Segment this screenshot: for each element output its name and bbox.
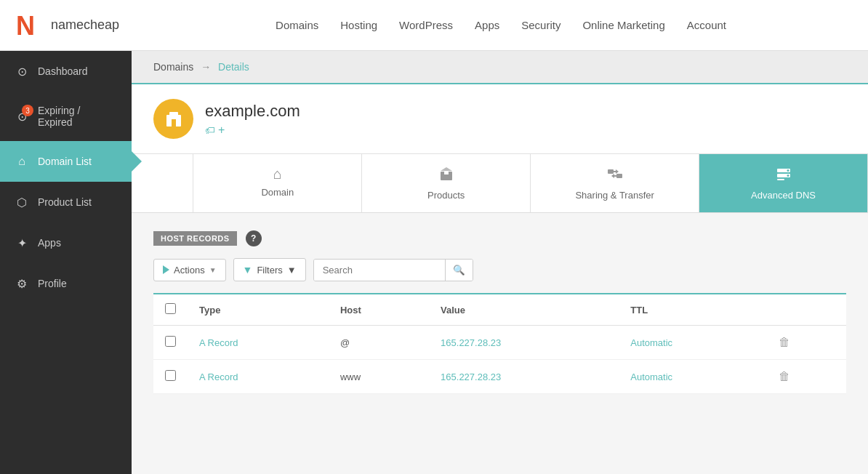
sidebar-label-apps: Apps <box>38 237 61 249</box>
tag-plus: + <box>218 124 225 137</box>
sidebar-item-expiring[interactable]: ⊙ 3 Expiring / Expired <box>0 92 132 141</box>
row-checkbox-cell <box>153 326 188 360</box>
search-input[interactable] <box>314 260 445 281</box>
profile-icon: ⚙ <box>15 276 29 291</box>
delete-icon-0[interactable]: 🗑 <box>779 336 790 348</box>
table-row: A Record www 165.227.28.23 Automatic 🗑 <box>153 360 846 394</box>
dns-icon <box>776 166 792 182</box>
sidebar-label-domain-list: Domain List <box>38 156 92 167</box>
domain-icon-circle <box>153 99 193 139</box>
sidebar-item-apps[interactable]: ✦ Apps <box>0 222 132 263</box>
row-delete-1[interactable]: 🗑 <box>767 360 846 394</box>
dashboard-icon: ⊙ <box>15 64 29 79</box>
nav-hosting[interactable]: Hosting <box>340 19 377 31</box>
row-host-0: @ <box>329 326 429 360</box>
tab-domain[interactable]: ⌂ Domain <box>193 154 362 212</box>
row-type-0[interactable]: A Record <box>188 326 329 360</box>
domain-tag: 🏷 + <box>205 124 300 137</box>
filter-icon: ▼ <box>243 264 253 276</box>
logo-text: namecheap <box>51 17 119 33</box>
table-row: A Record @ 165.227.28.23 Automatic 🗑 <box>153 326 846 360</box>
row-host-1: www <box>329 360 429 394</box>
sidebar-item-product-list[interactable]: ⬡ Product List <box>0 182 132 222</box>
row-checkbox-1[interactable] <box>165 370 176 381</box>
controls-bar: Actions ▼ ▼ Filters ▼ 🔍 <box>153 258 846 281</box>
play-icon <box>163 265 169 274</box>
row-type-1[interactable]: A Record <box>188 360 329 394</box>
nav-apps[interactable]: Apps <box>475 19 499 31</box>
filters-label: Filters <box>257 265 282 276</box>
svg-point-15 <box>787 169 789 172</box>
delete-icon-1[interactable]: 🗑 <box>779 370 790 382</box>
th-actions <box>767 294 846 326</box>
th-value: Value <box>429 294 619 326</box>
box-icon <box>438 166 454 182</box>
sidebar-item-profile[interactable]: ⚙ Profile <box>0 263 132 304</box>
top-nav-links: Domains Hosting WordPress Apps Security … <box>148 19 853 31</box>
apps-icon: ✦ <box>15 236 29 250</box>
breadcrumb: Domains → Details <box>132 51 868 84</box>
sidebar-label-profile: Profile <box>38 278 67 289</box>
filters-button[interactable]: ▼ Filters ▼ <box>233 258 306 281</box>
search-box: 🔍 <box>313 259 473 281</box>
logo-area[interactable]: N namecheap <box>15 10 119 41</box>
row-value-0: 165.227.28.23 <box>429 326 619 360</box>
row-ttl-1: Automatic <box>619 360 767 394</box>
domain-list-icon: ⌂ <box>15 154 29 169</box>
search-button[interactable]: 🔍 <box>445 260 473 281</box>
tab-dns-icon <box>776 166 792 185</box>
tab-sharing-transfer[interactable]: Sharing & Transfer <box>531 154 699 212</box>
actions-button[interactable]: Actions ▼ <box>153 259 226 281</box>
nav-online-marketing[interactable]: Online Marketing <box>582 19 664 31</box>
tab-domain-icon: ⌂ <box>273 166 282 182</box>
main-wrapper: ⊙ Dashboard ⊙ 3 Expiring / Expired ⌂ Dom… <box>0 51 868 474</box>
select-all-checkbox[interactable] <box>165 303 176 314</box>
nav-domains[interactable]: Domains <box>276 19 318 31</box>
sidebar-item-dashboard[interactable]: ⊙ Dashboard <box>0 51 132 92</box>
tag-icon: 🏷 <box>205 124 215 136</box>
svg-rect-17 <box>777 179 784 180</box>
sidebar-item-domain-list[interactable]: ⌂ Domain List <box>0 141 132 182</box>
tab-sharing-label: Sharing & Transfer <box>575 190 654 201</box>
help-icon[interactable]: ? <box>246 230 262 246</box>
expiring-badge: 3 <box>22 105 33 116</box>
sidebar-active-arrow <box>132 151 142 172</box>
tab-advanced-dns[interactable]: Advanced DNS <box>699 154 868 212</box>
breadcrumb-current: Details <box>218 61 249 73</box>
svg-text:N: N <box>16 11 35 41</box>
row-checkbox-0[interactable] <box>165 336 176 347</box>
domain-info: example.com 🏷 + <box>205 102 300 137</box>
transfer-icon <box>607 166 623 182</box>
svg-marker-10 <box>616 169 619 174</box>
domain-header: example.com 🏷 + <box>132 84 868 154</box>
top-nav: N namecheap Domains Hosting WordPress Ap… <box>0 0 868 51</box>
nav-security[interactable]: Security <box>521 19 560 31</box>
domain-name: example.com <box>205 102 300 121</box>
sidebar-label-dashboard: Dashboard <box>38 65 88 77</box>
th-checkbox <box>153 294 188 326</box>
tab-sharing-icon <box>607 166 623 185</box>
svg-rect-3 <box>172 119 176 126</box>
row-ttl-0: Automatic <box>619 326 767 360</box>
sidebar-label-expiring: Expiring / Expired <box>38 105 117 128</box>
host-records-label: HOST RECORDS <box>153 231 237 246</box>
building-icon <box>164 109 184 129</box>
th-host: Host <box>329 294 429 326</box>
nav-wordpress[interactable]: WordPress <box>399 19 453 31</box>
tab-products-label: Products <box>427 190 465 201</box>
breadcrumb-root[interactable]: Domains <box>153 61 193 73</box>
records-table-wrap: Type Host Value TTL A Record @ 165.227.2… <box>153 293 846 394</box>
sidebar-label-product-list: Product List <box>38 196 92 208</box>
expiring-icon: ⊙ 3 <box>15 109 29 124</box>
nav-account[interactable]: Account <box>687 19 726 31</box>
filters-caret: ▼ <box>287 265 297 276</box>
breadcrumb-arrow: → <box>201 61 211 73</box>
row-delete-0[interactable]: 🗑 <box>767 326 846 360</box>
th-ttl: TTL <box>619 294 767 326</box>
tab-products[interactable]: Products <box>362 154 531 212</box>
svg-marker-12 <box>611 174 614 178</box>
svg-rect-7 <box>608 169 614 174</box>
actions-label: Actions <box>174 265 205 276</box>
svg-point-16 <box>787 174 789 177</box>
row-value-1: 165.227.28.23 <box>429 360 619 394</box>
